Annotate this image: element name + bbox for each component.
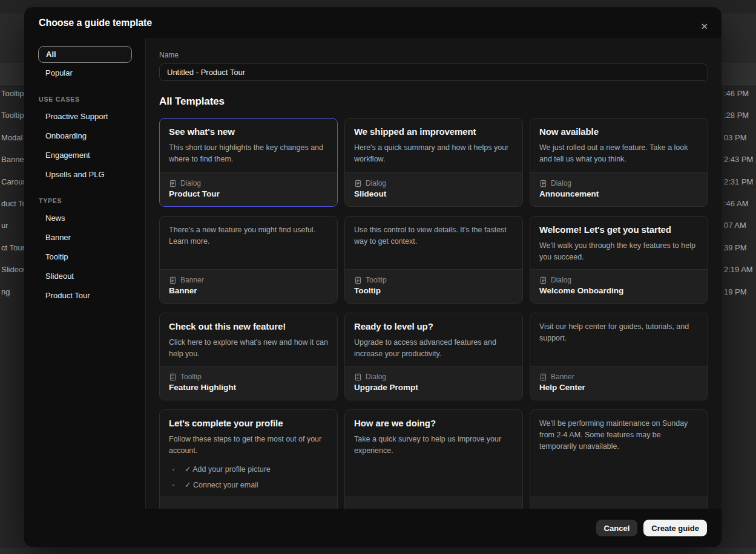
sidebar-item-engagement[interactable]: Engagement xyxy=(38,148,132,165)
row-time: :28 PM xyxy=(724,111,749,120)
close-icon[interactable]: ✕ xyxy=(700,22,708,31)
template-type: Tooltip xyxy=(354,276,513,284)
background-bottom-strip xyxy=(0,548,756,554)
screen: Tooltip:46 PMTooltip:28 PMModal03 PMBann… xyxy=(0,0,756,554)
template-card-footer xyxy=(345,497,522,509)
template-title: Check out this new feature! xyxy=(169,321,328,331)
template-type-label: Tooltip xyxy=(180,373,202,381)
template-card-upgrade-prompt[interactable]: Ready to level up?Upgrade to access adva… xyxy=(344,313,523,400)
template-name: Banner xyxy=(169,286,328,295)
template-type-label: Banner xyxy=(180,276,204,284)
cancel-button[interactable]: Cancel xyxy=(596,520,638,536)
row-label: Modal xyxy=(1,132,22,142)
template-card-body: Visit our help center for guides, tutori… xyxy=(530,313,708,366)
template-card-product-tour[interactable]: See what's newThis short tour highlights… xyxy=(159,118,338,207)
document-icon xyxy=(169,373,177,381)
row-time: :46 PM xyxy=(724,89,749,98)
template-card-body: Now availableWe just rolled out a new fe… xyxy=(530,119,708,172)
document-icon xyxy=(169,276,177,284)
template-card-tooltip[interactable]: Use this control to view details. It's t… xyxy=(344,216,523,304)
template-card-footer: DialogSlideout xyxy=(345,172,522,206)
template-type: Dialog xyxy=(169,179,328,187)
row-label: ng xyxy=(1,287,10,296)
row-time: 2:31 PM xyxy=(724,177,753,186)
sidebar-item-product-tour[interactable]: Product Tour xyxy=(38,288,132,305)
row-label: Tooltip xyxy=(1,89,24,98)
sidebar-section-heading-types: TYPES xyxy=(39,197,132,204)
template-name: Help Center xyxy=(539,383,698,392)
row-time: 39 PM xyxy=(724,243,747,252)
template-card-body: Let's complete your profileFollow these … xyxy=(160,410,337,497)
row-time: 19 PM xyxy=(724,287,747,296)
template-card-announcement[interactable]: Now availableWe just rolled out a new fe… xyxy=(530,118,708,207)
guide-name-input[interactable] xyxy=(159,64,708,81)
template-type: Dialog xyxy=(354,179,513,187)
sidebar-item-upsells-and-plg[interactable]: Upsells and PLG xyxy=(38,167,132,184)
template-card-let-s-complete-your-profile[interactable]: Let's complete your profileFollow these … xyxy=(159,409,338,509)
template-card-slideout[interactable]: We shipped an improvementHere's a quick … xyxy=(344,118,523,207)
sidebar-item-news[interactable]: News xyxy=(38,210,132,227)
template-name: Announcement xyxy=(539,189,698,198)
row-time: 2:43 PM xyxy=(724,155,753,164)
template-type-label: Dialog xyxy=(366,373,386,381)
template-card-welcome-onboarding[interactable]: Welcome! Let's get you startedWe'll walk… xyxy=(530,216,708,304)
row-label: Tooltip xyxy=(1,111,24,120)
template-type-label: Banner xyxy=(551,373,574,381)
row-label: Slideou xyxy=(1,265,27,274)
template-card-body: Check out this new feature!Click here to… xyxy=(160,313,337,366)
footer-buttons: Cancel Create guide xyxy=(596,520,707,536)
template-card-banner[interactable]: There's a new feature you might find use… xyxy=(159,216,338,304)
template-card-body: Use this control to view details. It's t… xyxy=(345,217,522,269)
checklist-item: ✓ Connect your email xyxy=(169,480,328,489)
row-time: 2:19 AM xyxy=(724,265,753,274)
template-description: We'll be performing maintenance on Sunda… xyxy=(539,418,698,452)
template-card-body: We'll be performing maintenance on Sunda… xyxy=(530,410,708,497)
row-label: ur xyxy=(1,221,8,230)
template-type: Tooltip xyxy=(169,373,328,381)
template-type-label: Dialog xyxy=(551,179,571,187)
template-title: Now available xyxy=(539,126,698,137)
template-card-feature-highlight[interactable]: Check out this new feature!Click here to… xyxy=(159,313,338,400)
sidebar-item-onboarding[interactable]: Onboarding xyxy=(38,128,132,145)
modal-title: Choose a guide template xyxy=(39,18,152,28)
sidebar-item-banner[interactable]: Banner xyxy=(38,230,132,247)
template-title: Welcome! Let's get you started xyxy=(539,224,698,235)
sidebar-nav: AllPopularUSE CASESProactive SupportOnbo… xyxy=(38,46,132,305)
template-description: This short tour highlights the key chang… xyxy=(169,142,328,165)
template-card-footer: TooltipTooltip xyxy=(345,269,522,303)
template-card-help-center[interactable]: Visit our help center for guides, tutori… xyxy=(530,313,708,400)
document-icon xyxy=(354,276,362,284)
template-type-label: Dialog xyxy=(551,276,571,284)
create-guide-button[interactable]: Create guide xyxy=(643,520,707,536)
document-icon xyxy=(539,373,547,381)
template-type: Dialog xyxy=(354,373,513,381)
template-card-how-are-we-doing[interactable]: How are we doing?Take a quick survey to … xyxy=(344,409,523,509)
row-time: :46 AM xyxy=(724,199,748,208)
template-type-label: Dialog xyxy=(180,179,201,187)
checklist-item: ✓ Add your profile picture xyxy=(169,464,328,474)
template-card-we-ll-be-per[interactable]: We'll be performing maintenance on Sunda… xyxy=(530,409,708,509)
template-card-body: How are we doing?Take a quick survey to … xyxy=(345,410,522,497)
sidebar-section-heading-use-cases: USE CASES xyxy=(39,96,132,103)
template-description: Upgrade to access advanced features and … xyxy=(354,337,513,360)
sidebar-item-all[interactable]: All xyxy=(38,46,132,63)
template-description: We just rolled out a new feature. Take a… xyxy=(539,142,698,165)
template-card-footer: DialogWelcome Onboarding xyxy=(530,269,708,303)
sidebar-item-tooltip[interactable]: Tooltip xyxy=(38,249,132,266)
template-type-label: Tooltip xyxy=(366,276,387,284)
template-description: Follow these steps to get the most out o… xyxy=(169,434,328,457)
sidebar-item-slideout[interactable]: Slideout xyxy=(38,269,132,285)
template-card-footer: BannerBanner xyxy=(160,269,337,303)
sidebar-item-proactive-support[interactable]: Proactive Support xyxy=(38,109,132,126)
row-time: 03 PM xyxy=(724,132,747,142)
template-name: Upgrade Prompt xyxy=(354,383,513,392)
name-label: Name xyxy=(159,51,708,59)
template-description: There's a new feature you might find use… xyxy=(169,224,328,247)
template-type: Banner xyxy=(539,373,698,381)
template-title: We shipped an improvement xyxy=(354,126,513,137)
sidebar: AllPopularUSE CASESProactive SupportOnbo… xyxy=(24,38,145,509)
template-name: Tooltip xyxy=(354,286,513,295)
template-name: Slideout xyxy=(354,189,513,198)
template-type: Banner xyxy=(169,276,328,284)
sidebar-item-popular[interactable]: Popular xyxy=(38,65,132,82)
